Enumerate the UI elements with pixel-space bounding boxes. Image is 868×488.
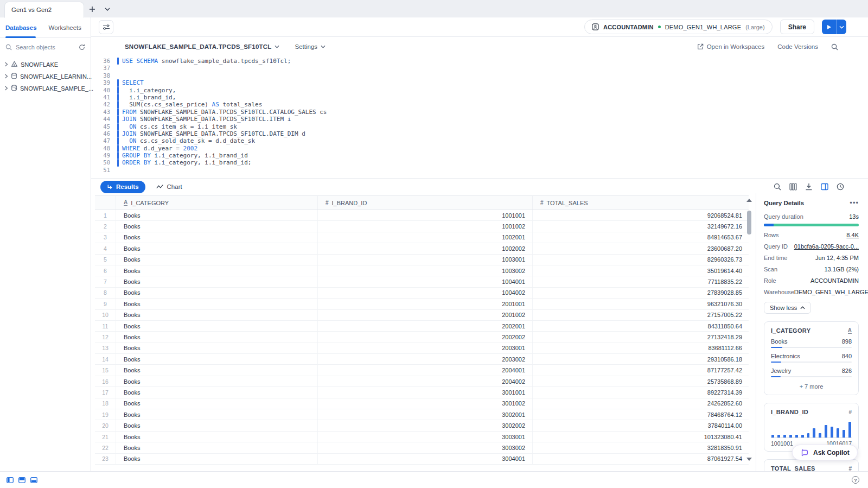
code-line[interactable]: 41 i.i_brand_id, xyxy=(91,94,868,101)
table-row[interactable]: 3Books100200184914653.67 xyxy=(95,232,749,243)
run-options-button[interactable] xyxy=(837,20,846,34)
table-row[interactable]: 14Books200300229310586.18 xyxy=(95,354,749,365)
tab-chart[interactable]: Chart xyxy=(156,183,182,190)
table-row[interactable]: 12Books200200227132418.29 xyxy=(95,332,749,343)
scroll-up-arrow[interactable] xyxy=(746,199,752,202)
chevron-right-icon[interactable] xyxy=(4,61,8,68)
stat-card-total-sales: TOTAL_SALES # 685040.71 1021551514.92 xyxy=(764,459,859,471)
schema-selector[interactable]: SNOWFLAKE_SAMPLE_DATA.TPCDS_SF10TCL xyxy=(125,43,279,50)
code-line[interactable]: 47 ON cs.cs_sold_date_sk = d.d_date_sk xyxy=(91,137,868,144)
table-row[interactable]: 11Books200200184311850.64 xyxy=(95,321,749,332)
code-line[interactable]: 45 ON cs.cs_item_sk = i.i_item_sk xyxy=(91,123,868,130)
worksheet-tab[interactable]: Gen1 vs Gen2 xyxy=(4,2,84,18)
column-header-i-brand-id[interactable]: # I_BRAND_ID xyxy=(317,196,532,210)
sidebar-item-database[interactable]: SNOWFLAKE_LEARNIN... xyxy=(0,71,91,83)
line-number: 39 xyxy=(91,79,110,86)
editor-search-button[interactable] xyxy=(831,43,838,50)
sidebar-item-database[interactable]: SNOWFLAKE xyxy=(0,59,91,71)
table-row[interactable]: 19Books300200178468764.12 xyxy=(95,409,749,420)
code-line[interactable]: 38 xyxy=(91,72,868,79)
show-less-button[interactable]: Show less xyxy=(764,302,811,314)
split-panel-button[interactable] xyxy=(819,181,831,193)
sql-editor[interactable]: 36USE SCHEMA snowflake_sample_data.tpcds… xyxy=(91,58,868,178)
code-versions-link[interactable]: Code Versions xyxy=(777,43,818,50)
tab-worksheets[interactable]: Worksheets xyxy=(49,24,82,31)
table-row[interactable]: 18Books300100224262852.60 xyxy=(95,398,749,409)
query-details-menu-button[interactable]: ••• xyxy=(850,199,859,207)
cell-i-category: Books xyxy=(116,365,317,375)
context-selector[interactable]: ACCOUNTADMIN DEMO_GEN1_WH_LARGE (Large) xyxy=(584,20,773,34)
share-button[interactable]: Share xyxy=(780,20,814,34)
table-row[interactable]: 4Books100200223600687.20 xyxy=(95,243,749,254)
tab-list-dropdown-button[interactable] xyxy=(102,4,113,15)
table-row[interactable]: 5Books100300182960326.73 xyxy=(95,255,749,265)
toggle-top-panel-button[interactable] xyxy=(18,477,25,483)
table-row[interactable]: 6Books100300235019614.40 xyxy=(95,265,749,276)
table-row[interactable]: 10Books200100227157005.22 xyxy=(95,310,749,321)
table-row[interactable]: 1Books100100192068524.81 xyxy=(95,210,749,221)
table-row[interactable]: 20Books300200237840114.00 xyxy=(95,420,749,431)
code-line[interactable]: 50ORDER BY i.i_category, i.i_brand_id; xyxy=(91,159,868,166)
show-more-categories-link[interactable]: + 7 more xyxy=(771,382,852,390)
search-results-button[interactable] xyxy=(771,181,783,193)
code-line[interactable]: 51 xyxy=(91,167,868,174)
table-row[interactable]: 8Books100400227839028.85 xyxy=(95,288,749,299)
new-tab-button[interactable] xyxy=(87,4,98,15)
column-profile-button[interactable] xyxy=(787,181,799,193)
open-in-workspaces-link[interactable]: Open in Workspaces xyxy=(697,43,765,50)
table-row[interactable]: 16Books200400225735868.89 xyxy=(95,376,749,387)
table-row[interactable]: 23Books300400187061927.54 xyxy=(95,454,749,465)
download-results-button[interactable] xyxy=(803,181,815,193)
ask-copilot-button[interactable]: Ask Copilot xyxy=(792,445,858,460)
tab-databases[interactable]: Databases xyxy=(5,24,37,31)
query-history-button[interactable] xyxy=(834,181,846,193)
brand-id-histogram[interactable] xyxy=(771,420,852,438)
table-row[interactable]: 9Books200100196321076.30 xyxy=(95,299,749,309)
code-line[interactable]: 44JOIN SNOWFLAKE_SAMPLE_DATA.TPCDS_SF10T… xyxy=(91,116,868,123)
help-button[interactable]: ? xyxy=(852,476,859,484)
search-objects-field[interactable]: Search objects xyxy=(0,38,91,56)
scrollbar-thumb[interactable] xyxy=(747,211,751,235)
table-row[interactable]: 22Books300300232818350.91 xyxy=(95,442,749,453)
column-header-i-category[interactable]: A I_CATEGORY xyxy=(116,196,317,210)
query-id-value[interactable]: 01bcfa6a-0205-9acc-0... xyxy=(794,243,859,250)
code-line[interactable]: 46JOIN SNOWFLAKE_SAMPLE_DATA.TPCDS_SF10T… xyxy=(91,130,868,137)
rows-value[interactable]: 8.4K xyxy=(846,232,859,238)
code-line[interactable]: 39SELECT xyxy=(91,79,868,86)
code-line[interactable]: 43FROM SNOWFLAKE_SAMPLE_DATA.TPCDS_SF10T… xyxy=(91,109,868,116)
table-row[interactable]: 7Books100400177118835.22 xyxy=(95,276,749,287)
column-header-total-sales[interactable]: # TOTAL_SALES xyxy=(532,196,749,210)
category-stat-row[interactable]: Books898 xyxy=(771,338,852,348)
refresh-icon[interactable] xyxy=(79,44,85,50)
code-line[interactable]: 42 SUM(cs.cs_sales_price) AS total_sales xyxy=(91,101,868,108)
filters-button[interactable] xyxy=(99,20,113,34)
table-row[interactable]: 17Books300100189227314.39 xyxy=(95,387,749,398)
table-scrollbar[interactable] xyxy=(745,197,753,468)
sidebar-item-label: SNOWFLAKE xyxy=(21,61,58,68)
code-text: i.i_brand_id, xyxy=(122,94,176,101)
histogram-bar xyxy=(771,435,774,438)
toggle-bottom-panel-button[interactable] xyxy=(30,477,37,483)
settings-dropdown[interactable]: Settings xyxy=(295,43,326,50)
category-bar-track xyxy=(771,376,852,377)
table-row[interactable]: 15Books200400187177257.42 xyxy=(95,365,749,376)
category-stat-row[interactable]: Jewelry826 xyxy=(771,367,852,377)
code-line[interactable]: 49GROUP BY i.i_category, i.i_brand_id xyxy=(91,152,868,159)
toggle-left-panel-button[interactable] xyxy=(7,477,14,483)
chevron-right-icon[interactable] xyxy=(4,73,8,80)
scroll-down-arrow[interactable] xyxy=(746,458,752,461)
chevron-right-icon[interactable] xyxy=(4,85,8,92)
table-row[interactable]: 21Books3003001101323080.41 xyxy=(95,432,749,442)
code-line[interactable]: 40 i.i_category, xyxy=(91,87,868,94)
warehouse-value: DEMO_GEN1_WH_LARGE xyxy=(794,289,868,295)
code-line[interactable]: 48WHERE d.d_year = 2002 xyxy=(91,145,868,152)
code-line[interactable]: 37 xyxy=(91,65,868,72)
table-row[interactable]: 2Books100100232149672.16 xyxy=(95,221,749,232)
row-number: 1 xyxy=(95,210,116,220)
run-button[interactable] xyxy=(822,20,836,34)
tab-results[interactable]: Results xyxy=(100,181,145,193)
table-row[interactable]: 13Books200300183681112.66 xyxy=(95,343,749,354)
sidebar-item-database[interactable]: SNOWFLAKE_SAMPLE_... xyxy=(0,83,91,94)
category-stat-row[interactable]: Electronics840 xyxy=(771,353,852,363)
code-line[interactable]: 36USE SCHEMA snowflake_sample_data.tpcds… xyxy=(91,58,868,65)
